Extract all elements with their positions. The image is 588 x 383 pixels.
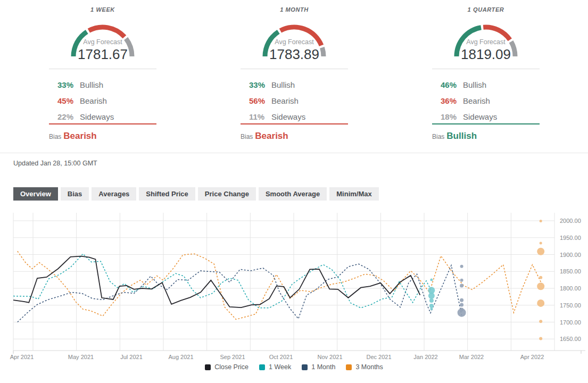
bullish-label: Bullish xyxy=(271,80,295,89)
sideways-label: Sideways xyxy=(80,112,114,121)
bearish-percent: 36% xyxy=(441,96,463,105)
x-tick-label: Mar 2022 xyxy=(459,354,484,360)
bias-underline xyxy=(432,123,540,124)
y-tick-label: 1900.00 xyxy=(560,252,581,258)
bearish-row: 36%Bearish xyxy=(441,93,497,109)
chart-plot-area xyxy=(0,210,588,354)
card-period-title: 1 WEEK xyxy=(49,6,156,13)
x-tick-label: Apr 2022 xyxy=(520,354,544,360)
bullish-row: 33%Bullish xyxy=(249,77,305,93)
forecast-dot-1-week xyxy=(429,304,434,308)
tab-price-change[interactable]: Price Change xyxy=(198,187,256,201)
bearish-label: Bearish xyxy=(80,96,107,105)
bearish-row: 56%Bearish xyxy=(249,93,305,109)
bias-row: BiasBearish xyxy=(49,131,97,141)
forecast-card-1-quarter: 1 QUARTER Avg Forecast 1819.09 46%Bullis… xyxy=(432,4,540,144)
bearish-percent: 45% xyxy=(57,96,80,105)
series-line-1-week xyxy=(13,254,432,308)
forecast-dot-1-month xyxy=(460,298,463,302)
legend-swatch xyxy=(259,364,265,370)
forecast-dot-1-month xyxy=(460,303,463,307)
forecast-dot-1-month xyxy=(460,279,463,282)
tab-shifted-price[interactable]: Shifted Price xyxy=(139,187,195,201)
bullish-percent: 33% xyxy=(57,80,80,89)
section-divider xyxy=(0,153,588,153)
forecast-dot-3-months xyxy=(540,220,542,222)
bearish-label: Bearish xyxy=(463,96,490,105)
bias-value: Bullish xyxy=(446,131,477,141)
forecast-dot-1-week xyxy=(430,279,433,281)
bias-row: BiasBearish xyxy=(241,131,288,141)
avg-forecast-label: Avg Forecast xyxy=(446,38,526,46)
y-tick-label: 1750.00 xyxy=(560,302,581,309)
bias-underline xyxy=(241,123,348,124)
bias-row: BiasBullish xyxy=(432,131,477,141)
y-tick-label: 1700.00 xyxy=(560,319,581,326)
forecast-dot-1-week xyxy=(430,307,433,310)
tab-smooth-average[interactable]: Smooth Average xyxy=(259,187,327,201)
x-tick-label: Jan 2022 xyxy=(413,354,437,360)
legend-item-close-price[interactable]: Close Price xyxy=(205,363,249,371)
tab-minim-max[interactable]: Minim/Max xyxy=(329,187,378,201)
gauge-1-week: Avg Forecast 1781.67 xyxy=(63,18,143,62)
x-tick-label: Sep 2021 xyxy=(220,354,245,360)
forecast-dot-3-months xyxy=(539,337,542,340)
bias-label: Bias xyxy=(241,133,253,140)
avg-forecast-label: Avg Forecast xyxy=(254,38,334,46)
legend-label: 1 Week xyxy=(269,363,291,371)
tab-bias[interactable]: Bias xyxy=(61,187,89,201)
card-separator xyxy=(49,69,156,69)
y-tick-label: 1800.00 xyxy=(560,285,581,292)
x-tick-label: Aug 2021 xyxy=(168,354,193,360)
forecast-poll-widget: 1 WEEK Avg Forecast 1781.67 33%Bullish 4… xyxy=(0,0,588,383)
gauge-1-month: Avg Forecast 1783.89 xyxy=(254,18,334,62)
sideways-row: 22%Sideways xyxy=(57,109,114,124)
sideways-percent: 11% xyxy=(249,112,271,121)
card-period-title: 1 MONTH xyxy=(241,6,348,13)
y-tick-label: 1850.00 xyxy=(560,268,581,274)
bearish-percent: 56% xyxy=(249,96,271,105)
gauge-segment xyxy=(89,27,125,37)
legend-item-1-month[interactable]: 1 Month xyxy=(302,363,335,371)
forecast-chart: Apr 2021May 2021Jul 2021Aug 2021Sep 2021… xyxy=(0,210,588,380)
x-tick-label: Jul 2021 xyxy=(120,354,143,360)
gauge-1-quarter: Avg Forecast 1819.09 xyxy=(446,18,526,62)
series-line-1-month xyxy=(18,264,462,322)
chart-legend: Close Price1 Week1 Month3 Months xyxy=(0,363,588,371)
legend-label: 3 Months xyxy=(355,363,383,371)
forecast-dot-3-months xyxy=(537,299,544,307)
forecast-card-1-month: 1 MONTH Avg Forecast 1783.89 33%Bullish … xyxy=(241,4,348,144)
updated-timestamp: Updated Jan 28, 15:00 GMT xyxy=(13,160,97,167)
bullish-label: Bullish xyxy=(80,80,103,89)
forecast-dot-1-month xyxy=(460,265,463,268)
x-tick-label: Dec 2021 xyxy=(366,354,391,360)
forecast-dot-1-week xyxy=(429,298,434,303)
bearish-row: 45%Bearish xyxy=(57,93,114,109)
legend-swatch xyxy=(302,364,308,370)
bias-label: Bias xyxy=(49,133,61,140)
bullish-percent: 33% xyxy=(249,80,271,89)
forecast-dot-3-months xyxy=(539,276,542,279)
legend-item-1-week[interactable]: 1 Week xyxy=(259,363,291,371)
forecast-dot-3-months xyxy=(539,320,542,323)
legend-item-3-months[interactable]: 3 Months xyxy=(346,363,383,371)
tab-overview[interactable]: Overview xyxy=(13,187,58,201)
forecast-dot-1-month xyxy=(460,284,463,287)
card-separator xyxy=(432,69,540,69)
legend-label: Close Price xyxy=(214,363,249,371)
y-tick-label: 2000.00 xyxy=(560,218,581,224)
sideways-percent: 18% xyxy=(441,112,463,121)
tab-averages[interactable]: Averages xyxy=(92,187,136,201)
forecast-dot-3-months xyxy=(537,282,544,290)
avg-forecast-label: Avg Forecast xyxy=(63,38,143,46)
bearish-label: Bearish xyxy=(271,96,299,105)
legend-swatch xyxy=(346,364,352,370)
bullish-percent: 46% xyxy=(441,80,463,89)
x-tick-label: Nov 2021 xyxy=(317,354,342,360)
legend-swatch xyxy=(205,364,211,370)
bias-value: Bearish xyxy=(63,131,96,141)
x-tick-label: May 2021 xyxy=(68,354,94,360)
avg-forecast-value: 1783.89 xyxy=(254,46,334,63)
bullish-row: 33%Bullish xyxy=(57,77,114,93)
bullish-label: Bullish xyxy=(463,80,486,89)
